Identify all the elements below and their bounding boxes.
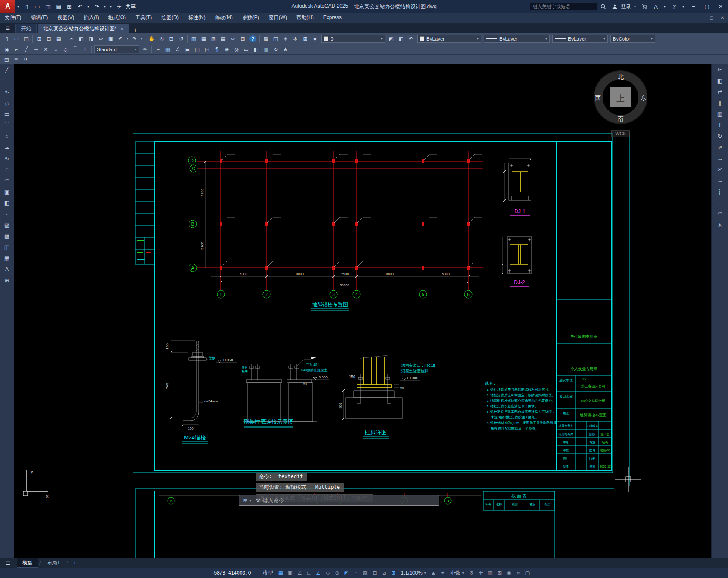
help-button[interactable]: ? [249,35,256,42]
isodraft-toggle[interactable]: ◇ [323,569,332,577]
tool-palettes-button[interactable]: ▧ [209,35,218,43]
transparency-toggle[interactable]: ▨ [361,569,370,577]
workspace-switching-button[interactable]: ⚙ [467,569,476,577]
layout-menu-icon[interactable]: ☰ [0,560,16,566]
redo-button[interactable]: ↷ [130,35,139,43]
doc-close-button[interactable]: ✕ [717,15,728,20]
autoscale-toggle[interactable]: ✦ [438,569,447,577]
command-caret-icon[interactable]: ▾ [249,499,254,502]
break-button[interactable]: ┆ [712,186,728,197]
layer-lock-button[interactable]: ⊠ [300,35,310,43]
mtext-button[interactable]: A [0,264,14,275]
point-style-button[interactable]: ⊕ [0,275,14,286]
compass-north[interactable]: 北 [618,73,624,80]
polygon-button[interactable]: ◇ [0,97,14,108]
menu-parametric[interactable]: 参数(P) [238,13,264,23]
snap-tangent-button[interactable]: ⌒ [70,45,80,54]
command-input[interactable] [262,497,437,504]
explode-button[interactable]: ✳ [712,219,728,230]
ellipse-button[interactable]: ◌ [0,164,14,175]
app-menu-caret-icon[interactable]: ▾ [15,1,21,12]
hyperlink-button[interactable]: ⊕ [222,45,232,54]
zoom-previous-button[interactable]: ↺ [176,35,186,43]
make-object-layer-button[interactable]: ◩ [386,35,396,43]
lock-ui-button[interactable]: ⊠ [495,569,504,577]
stretch-button[interactable]: ↔ [712,153,728,164]
grid-toggle[interactable]: ▦ [276,569,285,577]
snap-intersection-button[interactable]: ✕ [41,45,51,54]
region-button[interactable]: ◫ [0,241,14,253]
match-properties-button[interactable]: ✏ [96,35,106,43]
menu-format[interactable]: 格式(O) [104,13,131,23]
qat-customize-caret-icon[interactable]: ▾ [108,1,114,12]
cut-button[interactable]: ✂ [67,35,76,43]
properties-palette-button[interactable]: ▥ [189,35,199,43]
search-input[interactable] [530,3,597,10]
qat-undo-button[interactable]: ↶ [75,1,85,12]
units-select[interactable]: 小数 ▾ [448,569,467,577]
snap-center-button[interactable]: ○ [51,45,61,54]
text-style-caret-icon[interactable]: ▾ [135,47,136,51]
compass-up-face[interactable]: 上 [616,93,625,103]
command-options-icon[interactable]: ⚒ [254,497,262,504]
layer-properties-button[interactable]: ▩ [261,35,271,43]
extend-button[interactable]: → [712,175,728,186]
snap-quadrant-button[interactable]: ◇ [61,45,70,54]
doc-restore-button[interactable]: ▢ [706,15,717,20]
publish-button[interactable]: ▤ [54,35,64,43]
mirror-button[interactable]: ⇄ [712,86,728,97]
tab-drawing[interactable]: 北京某公交站办公楼结构设计图* ✕ [38,24,129,33]
model-space-button[interactable]: 模型 [260,569,276,577]
sheet-set-button[interactable]: ▤ [218,35,228,43]
signin-label[interactable]: 登录 [621,3,631,10]
autocad-logo-button[interactable]: A [0,0,15,13]
copy-clip-button[interactable]: ◧ [76,35,86,43]
units-caret-icon[interactable]: ▾ [462,571,464,575]
signin-caret-icon[interactable]: ▾ [632,1,638,12]
point-button[interactable]: ∙ [0,208,14,219]
plotstyle-select[interactable]: ByColor ▾ [610,35,655,43]
qat-undo-caret-icon[interactable]: ▾ [85,1,91,12]
tab-model[interactable]: 模型 [17,558,38,568]
a-caret-icon[interactable]: ▾ [662,1,668,12]
paste-button[interactable]: ◨ [86,35,96,43]
command-line-bar[interactable]: ⊞ ▾ ⚒ [239,495,439,506]
quickcalc-button[interactable]: ⊞ [238,35,248,43]
insert-block-tool-button[interactable]: ▣ [0,186,14,197]
clean-screen-button[interactable]: ▢ [523,569,532,577]
snap-perpendicular-button[interactable]: ⊥ [80,45,90,54]
snap-toggle[interactable]: ▣ [286,569,295,577]
compass-east[interactable]: 东 [641,94,647,101]
markup-import-button[interactable]: ✏ [12,55,21,64]
chamfer-button[interactable]: ⌐ [712,197,728,208]
save-button[interactable]: ◫ [21,35,31,43]
dim-style-button[interactable]: ⌐ [153,45,163,54]
layer-match-button[interactable]: ◧ [396,35,406,43]
wcs-selector[interactable]: WCS [615,131,626,136]
share-view-button[interactable]: ✈ [21,55,31,64]
window-close-button[interactable]: ✕ [714,0,727,12]
qat-redo-button[interactable]: ↷ [91,1,102,12]
polar-tracking-toggle[interactable]: ∠ [314,569,323,577]
field-button[interactable]: ¶ [212,45,222,54]
attach-xref-button[interactable]: ◫ [192,45,202,54]
qnew-button[interactable]: ▯ [2,35,12,43]
annotation-scale-caret-icon[interactable]: ▾ [424,571,426,575]
construction-line-button[interactable]: ─ [0,75,14,86]
dynamic-input-toggle[interactable]: ⊞ [389,569,398,577]
ortho-toggle[interactable]: ∟ [305,569,313,577]
hatch-button[interactable]: ▨ [0,219,14,230]
isolate-objects-button[interactable]: ◉ [505,569,513,577]
menu-view[interactable]: 视图(V) [52,13,79,23]
make-block-button[interactable]: ◧ [0,197,14,208]
polyline-button[interactable]: ∿ [0,86,14,97]
view-compass[interactable]: 上 北 南 西 东 WCS [594,71,647,137]
object-snap-tracking-toggle[interactable]: ⊕ [333,569,342,577]
named-views-button[interactable]: ▥ [261,45,271,54]
open-button[interactable]: ▭ [12,35,21,43]
menu-express[interactable]: Express [319,13,346,23]
qat-open-button[interactable]: ▭ [32,1,43,12]
track-point-button[interactable]: ◉ [2,45,12,54]
zoom-realtime-button[interactable]: ◎ [157,35,166,43]
user-icon[interactable] [609,1,620,12]
